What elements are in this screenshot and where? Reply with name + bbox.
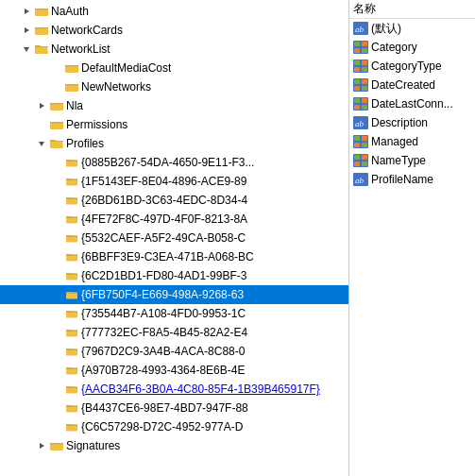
right-item-nametype[interactable]: NameType [349,151,475,170]
tree-item-networklist[interactable]: NetworkList [0,40,348,59]
folder-icon [49,136,64,151]
tree-item-p2[interactable]: {1F5143EF-8E04-4896-ACE9-89 [0,172,348,191]
svg-marker-72 [40,443,44,449]
key-icon [64,193,79,208]
tree-item-p5[interactable]: {5532CAEF-A5F2-49CA-B058-C [0,229,348,247]
tree-item-p12[interactable]: {A970B728-4993-4364-8E6B-4E [0,361,348,380]
svg-rect-102 [362,136,367,141]
right-item-managed[interactable]: Managed [349,132,475,151]
chevron-down-icon[interactable] [19,42,34,57]
right-item-label-category: Category [371,41,417,54]
svg-text:ab: ab [355,119,365,128]
right-item-categorytype[interactable]: CategoryType [349,57,475,76]
tree-item-label-p7: {6C2D1BD1-FD80-4AD1-99BF-3 [81,269,246,282]
key-icon [64,174,79,189]
svg-rect-89 [354,79,360,84]
right-item-label-managed: Managed [371,135,418,148]
svg-rect-50 [66,293,77,295]
tree-item-p8[interactable]: {6FB750F4-E669-498A-9268-63 [0,285,348,304]
svg-rect-16 [65,84,78,86]
folder-icon [49,438,64,453]
key-icon [64,287,79,302]
tree-item-p11[interactable]: {7967D2C9-3A4B-4ACA-8C88-0 [0,342,348,361]
svg-marker-17 [40,103,44,109]
tree-item-naauth[interactable]: NaAuth [0,2,348,21]
right-item-label-profilename: ProfileName [371,173,433,186]
right-item-description[interactable]: ab Description [349,113,475,132]
folder-icon [49,117,64,132]
tree-item-p15[interactable]: {C6C57298-D72C-4952-977A-D [0,417,348,436]
tree-item-profiles[interactable]: Profiles [0,134,348,153]
right-item-profilename[interactable]: ab ProfileName [349,170,475,189]
right-item-datecreated[interactable]: DateCreated [349,76,475,94]
svg-rect-90 [362,79,367,84]
ab-icon: ab [353,172,368,187]
tree-item-label-profiles: Profiles [66,137,104,150]
right-item-default[interactable]: ab (默认) [349,19,475,38]
tree-item-p10[interactable]: {777732EC-F8A5-4B45-82A2-E4 [0,323,348,342]
chevron-right-icon[interactable] [34,438,49,453]
right-item-label-datelastconn: DateLastConn... [371,97,453,110]
key-icon [64,212,79,227]
grid-icon [353,153,368,168]
tree-item-label-p14: {B4437CE6-98E7-4BD7-947F-88 [81,401,248,415]
svg-rect-20 [50,103,63,105]
svg-rect-91 [354,86,360,91]
key-icon [64,230,79,246]
svg-rect-23 [50,122,63,124]
svg-marker-8 [24,47,29,52]
tree-item-p9[interactable]: {735544B7-A108-4FD0-9953-1C [0,304,348,323]
svg-rect-86 [354,67,360,72]
tree-item-signatures[interactable]: Signatures [0,436,348,455]
svg-rect-41 [66,236,77,238]
chevron-down-icon[interactable] [34,136,49,151]
svg-rect-26 [50,141,63,142]
chevron-right-icon[interactable] [34,98,49,113]
tree-item-p4[interactable]: {4FE72F8C-497D-4F0F-8213-8A [0,210,348,229]
tree-item-newnetworks[interactable]: NewNetworks [0,77,348,96]
tree-item-defaultmediacost[interactable]: DefaultMediaCost [0,59,348,77]
svg-rect-56 [66,331,77,332]
tree-item-p14[interactable]: {B4437CE6-98E7-4BD7-947F-88 [0,399,348,417]
tree-item-nla[interactable]: Nla [0,96,348,115]
svg-rect-108 [354,162,360,166]
right-item-category[interactable]: Category [349,38,475,57]
svg-marker-0 [25,8,29,14]
tree-item-networkcards[interactable]: NetworkCards [0,21,348,40]
svg-rect-95 [362,98,367,103]
folder-icon [34,4,49,19]
right-header: 名称 [349,0,475,19]
chevron-right-icon[interactable] [19,4,34,19]
svg-marker-24 [39,142,44,146]
svg-rect-13 [65,65,78,67]
tree-item-p6[interactable]: {6BBFF3E9-C3EA-471B-A068-BC [0,247,348,266]
right-list: ab (默认) Category CategoryType DateCreate… [349,19,475,476]
right-header-title: 名称 [353,1,376,17]
tree-item-label-p15: {C6C57298-D72C-4952-977A-D [81,420,243,434]
key-icon [64,344,79,359]
folder-icon [49,98,64,113]
key-icon [64,249,79,264]
svg-rect-68 [66,406,77,408]
tree-item-label-p10: {777732EC-F8A5-4B45-82A2-E4 [81,326,247,339]
chevron-right-icon[interactable] [19,23,34,38]
tree-item-p13[interactable]: {AACB34F6-3B0A-4C80-85F4-1B39B465917F} [0,380,348,399]
key-icon [64,382,79,397]
tree-item-p3[interactable]: {26BD61BD-3C63-4EDC-8D34-4 [0,191,348,210]
tree-item-permissions[interactable]: Permissions [0,115,348,134]
svg-rect-84 [354,60,360,65]
key-icon [64,268,79,283]
tree-item-label-p13: {AACB34F6-3B0A-4C80-85F4-1B39B465917F} [81,382,320,396]
right-item-datelastconn[interactable]: DateLastConn... [349,94,475,113]
svg-rect-109 [362,162,367,166]
right-item-label-datecreated: DateCreated [371,78,435,92]
tree-item-p7[interactable]: {6C2D1BD1-FD80-4AD1-99BF-3 [0,266,348,285]
tree-item-label-nla: Nla [66,99,83,112]
tree-item-p1[interactable]: {0885B267-54DA-4650-9E11-F3... [0,153,348,172]
folder-icon [64,60,79,76]
svg-rect-29 [66,161,77,162]
right-item-label-nametype: NameType [371,154,426,167]
tree-item-label-networkcards: NetworkCards [51,24,123,37]
tree-item-label-p1: {0885B267-54DA-4650-9E11-F3... [81,156,254,169]
svg-rect-82 [362,48,367,53]
